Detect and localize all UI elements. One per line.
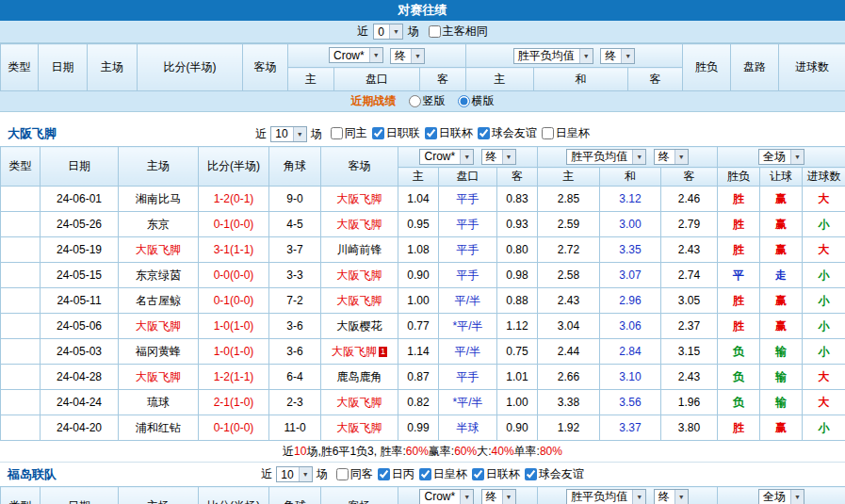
col-result: 胜负 (718, 168, 760, 187)
win-odds-cell: 2.44 (538, 339, 600, 365)
lose-odds-cell: 3.80 (661, 415, 718, 441)
score-cell: 1-0(1-0) (199, 339, 269, 365)
home-team-cell: 东京 (119, 212, 199, 237)
handicap-group-header: Crow*▼ 终▼ (288, 44, 466, 68)
lose-odds-cell: 3.05 (661, 288, 718, 314)
final-odds-select[interactable]: 终▼ (600, 48, 635, 64)
col-handicap-trend: 让球 (760, 168, 803, 187)
same-venue-option[interactable]: 主客相同 (429, 24, 488, 40)
home-team-cell: 湘南比马 (119, 187, 199, 212)
col-goals: 进球数 (803, 168, 845, 187)
handicap-line-cell: 平/半 (439, 288, 497, 314)
competition-filter-option[interactable]: 球会友谊 (525, 466, 584, 482)
wdl-average-select[interactable]: 胜平负均值▼ (513, 48, 593, 64)
team-name: 福岛联队 (8, 466, 57, 483)
competition-filter-option[interactable]: 日皇杯 (419, 466, 467, 482)
competition-checkbox[interactable] (372, 127, 384, 139)
corners-cell: 7-2 (269, 288, 321, 314)
draw-odds-cell: 3.07 (600, 263, 661, 288)
competition-checkbox[interactable] (378, 468, 390, 480)
competition-filter-option[interactable]: 同客 (336, 466, 373, 482)
competition-filter-option[interactable]: 同主 (331, 125, 367, 141)
competition-checkbox[interactable] (478, 127, 490, 139)
competition-checkbox[interactable] (425, 127, 437, 139)
goals-result-cell: 小 (803, 212, 845, 237)
draw-odds-cell: 3.06 (600, 314, 661, 339)
horizontal-layout-radio[interactable] (458, 95, 470, 107)
horizontal-layout-option[interactable]: 横版 (458, 93, 495, 109)
final-odds-select[interactable]: 终▼ (654, 489, 689, 504)
recent-count-select[interactable]: 10▼ (276, 466, 312, 482)
odds-provider-select[interactable]: Crow*▼ (419, 489, 474, 504)
win-odds-cell: 2.72 (538, 237, 600, 263)
chevron-down-icon: ▼ (460, 490, 473, 504)
chevron-down-icon: ▼ (790, 150, 804, 164)
handicap-result-cell: 赢 (760, 288, 803, 314)
table-row: 日职联24-05-03福冈黄蜂1-0(1-0)3-6大阪飞脚11.14平/半0.… (1, 339, 845, 365)
wdl-average-select[interactable]: 胜平负均值▼ (566, 149, 646, 165)
handicap-home-odds-cell: 0.95 (398, 212, 439, 237)
result-cell: 负 (718, 365, 760, 390)
col-ah-line: 盘口 (334, 68, 420, 91)
competition-filter-option[interactable]: 日联杯 (472, 466, 520, 482)
corners-cell: 4-5 (269, 212, 321, 237)
competition-filter-option[interactable]: 日职联 (372, 125, 420, 141)
result-cell: 胜 (718, 237, 760, 263)
away-team-cell: 大阪飞脚 (321, 288, 398, 314)
final-odds-select[interactable]: 终▼ (390, 48, 425, 64)
wdl-average-select[interactable]: 胜平负均值▼ (566, 489, 646, 504)
h2h-count-select[interactable]: 0▼ (373, 24, 403, 40)
chevron-down-icon: ▼ (502, 490, 515, 504)
result-cell: 胜 (718, 212, 760, 237)
handicap-home-odds-cell: 1.00 (398, 288, 439, 314)
home-team-cell: 东京绿茵 (119, 263, 199, 288)
competition-checkbox[interactable] (525, 468, 537, 480)
chevron-down-icon: ▼ (674, 490, 688, 504)
vertical-layout-option[interactable]: 竖版 (409, 93, 446, 109)
handicap-home-odds-cell: 0.99 (398, 415, 439, 441)
competition-filter-option[interactable]: 日丙 (378, 466, 414, 482)
col-ah-away: 客 (420, 68, 466, 91)
handicap-away-odds-cell: 1.12 (497, 314, 538, 339)
match-scope-select[interactable]: 全场▼ (758, 489, 804, 504)
col-date: 日期 (41, 147, 119, 187)
score-cell: 3-1(1-1) (199, 237, 269, 263)
chevron-down-icon: ▼ (389, 24, 402, 39)
handicap-line-cell: 平手 (439, 365, 497, 390)
away-team-cell: 大阪飞脚 (321, 263, 398, 288)
competition-checkbox[interactable] (472, 468, 484, 480)
competition-checkbox[interactable] (419, 468, 431, 480)
league-cell: 日职联 (1, 187, 41, 212)
competition-checkbox[interactable] (336, 468, 349, 480)
date-cell: 24-05-06 (41, 314, 119, 339)
col-date: 日期 (39, 44, 88, 91)
col-eu-draw: 和 (600, 168, 661, 187)
final-odds-select[interactable]: 终▼ (654, 149, 689, 165)
table-row: 日职联24-05-11名古屋鲸0-1(0-0)7-2大阪飞脚1.00平/半0.8… (1, 288, 845, 314)
competition-filter-option[interactable]: 日联杯 (425, 125, 473, 141)
score-cell: 0-1(0-0) (199, 415, 269, 441)
recent-count-select[interactable]: 10▼ (270, 126, 306, 142)
corners-cell: 9-0 (269, 187, 321, 212)
competition-checkbox[interactable] (331, 127, 343, 139)
page-title: 对赛往绩 (0, 0, 845, 21)
same-venue-checkbox[interactable] (429, 25, 441, 38)
match-scope-select[interactable]: 全场▼ (758, 149, 804, 165)
odds-provider-select[interactable]: Crow*▼ (329, 47, 383, 63)
competition-filter-option[interactable]: 日皇杯 (542, 125, 590, 141)
odds-provider-select[interactable]: Crow*▼ (419, 149, 474, 165)
col-type: 类型 (1, 147, 41, 187)
competition-filter-option[interactable]: 球会友谊 (478, 125, 537, 141)
result-cell: 负 (718, 339, 760, 365)
competition-checkbox[interactable] (542, 127, 554, 139)
handicap-result-cell: 赢 (760, 212, 803, 237)
goals-result-cell: 小 (803, 339, 845, 365)
vertical-layout-radio[interactable] (409, 95, 421, 107)
col-score: 比分(半场) (199, 147, 269, 187)
final-odds-select[interactable]: 终▼ (481, 489, 516, 504)
final-odds-select[interactable]: 终▼ (481, 149, 516, 165)
gamba-recent-table: 类型 日期 主场 比分(半场) 角球 客场 Crow*▼ 终▼ 胜平负均值▼ 终… (0, 146, 845, 441)
handicap-home-odds-cell: 1.14 (398, 339, 439, 365)
col-eu-away: 客 (661, 168, 718, 187)
recent-results-bar: 近期战绩 竖版 横版 (0, 91, 845, 112)
